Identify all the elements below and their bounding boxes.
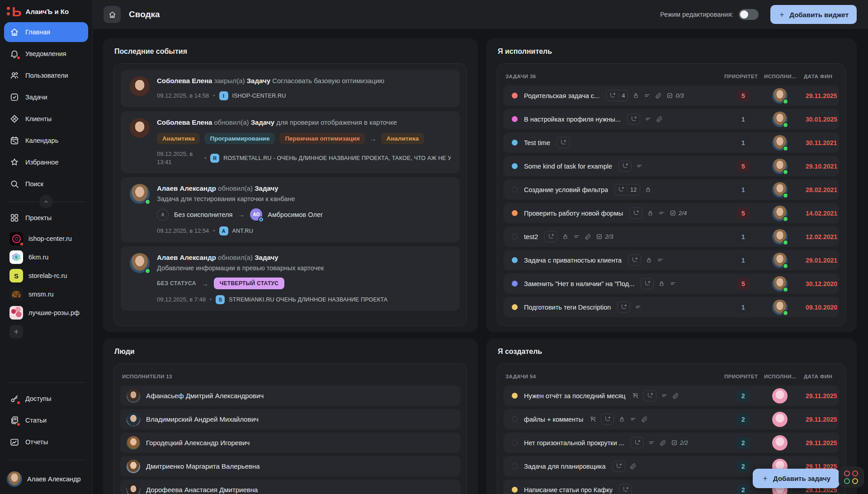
- key-icon: [9, 394, 19, 404]
- sidebar-item-access[interactable]: Доступы: [4, 389, 88, 409]
- task-status-dot: [512, 487, 518, 493]
- assignee-cell: [766, 435, 806, 451]
- add-task-button[interactable]: Добавить задачу: [753, 469, 840, 488]
- event-item[interactable]: Соболева Елена обновил(а) Задачу для про…: [121, 111, 460, 173]
- company-logo[interactable]: Ь АлаичЪ и Ко: [4, 0, 88, 22]
- sidebar-item-tasks[interactable]: Задачи: [4, 87, 88, 107]
- assignee-cell: [766, 206, 806, 221]
- edit-mode-toggle[interactable]: [739, 9, 759, 20]
- project-item-ishop[interactable]: ishop-center.ru: [4, 230, 88, 248]
- project-item-km6[interactable]: 66km.ru: [4, 248, 88, 267]
- subtask-chip[interactable]: [618, 160, 632, 172]
- event-assignee-change: Без соисполнителя→АОАмбросимов Олег: [157, 208, 451, 221]
- task-row[interactable]: Создание условий фильтра12128.02.2021: [504, 179, 839, 200]
- sidebar-item-search[interactable]: Поиск: [4, 174, 88, 194]
- plus-icon: [778, 11, 785, 18]
- watch-off-icon: [632, 392, 639, 399]
- checklist-icon: [671, 439, 678, 446]
- person-row[interactable]: Дорофеева Анастасия Дмитриевна: [120, 480, 460, 494]
- subtask-chip[interactable]: [631, 437, 644, 448]
- sidebar-item-calendar[interactable]: Календарь: [4, 131, 88, 151]
- subtask-chip[interactable]: [617, 301, 630, 313]
- sidebar-item-favorites[interactable]: Избранное: [4, 152, 88, 172]
- event-item[interactable]: Соболева Елена закрыл(а) Задачу Согласов…: [121, 70, 460, 107]
- task-row[interactable]: Подготовить теги Description109.10.2020: [504, 297, 839, 317]
- event-status-change: БЕЗ СТАТУСА→ЧЕТВЕРТЫЙ СТАТУС: [157, 278, 451, 289]
- person-row[interactable]: Городецкий Александр Игоревич: [120, 433, 460, 453]
- task-row[interactable]: Родительская задача с...40/3529.11.2025: [504, 85, 839, 106]
- project-item-rozy[interactable]: лучшие-розы.рф: [4, 304, 88, 322]
- subtask-chip[interactable]: [612, 461, 625, 472]
- task-row[interactable]: Test time130.11.2021: [504, 132, 839, 153]
- sidebar-item-reports[interactable]: Отчеты: [4, 432, 88, 452]
- subtask-chip[interactable]: [619, 484, 632, 494]
- sidebar-item-home[interactable]: Главная: [4, 22, 88, 42]
- projects-section: Проектыishop-center.ru66km.ruSstorelab-r…: [4, 208, 88, 339]
- tag[interactable]: Аналитика: [381, 133, 424, 144]
- sidebar-item-label: Отчеты: [25, 438, 48, 446]
- online-dot: [145, 199, 151, 205]
- sidebar-item-articles[interactable]: Статьи: [4, 410, 88, 430]
- tag[interactable]: Программирование: [204, 133, 275, 144]
- home-button[interactable]: [104, 6, 121, 23]
- subtask-chip[interactable]: [601, 414, 614, 425]
- apps-dots-button[interactable]: [839, 467, 864, 487]
- person-row[interactable]: Дмитриенко Маргарита Валерьевна: [120, 456, 460, 476]
- subtask-chip[interactable]: [643, 390, 656, 401]
- task-row[interactable]: Нет горизонтальной прокрутки ...2/2229.1…: [504, 433, 839, 453]
- person-row[interactable]: Афанасьеф Дмитрий Александрович: [120, 386, 460, 406]
- subtask-chip[interactable]: [627, 113, 640, 125]
- chevron-up-icon: [42, 198, 50, 205]
- column-priority: ПРИОРИТЕТ: [724, 74, 764, 79]
- subtask-chip[interactable]: [641, 278, 654, 289]
- add-project-button[interactable]: [9, 325, 23, 339]
- project-item-storelab[interactable]: Sstorelab-rc.ru: [4, 267, 88, 285]
- subtask-chip[interactable]: 12: [614, 184, 640, 195]
- priority-cell: 5: [726, 207, 766, 219]
- task-row[interactable]: test22/3112.02.2021: [504, 226, 839, 247]
- subtask-chip[interactable]: [628, 254, 641, 266]
- subtask-chip[interactable]: [557, 137, 570, 148]
- subtask-icon: [631, 257, 638, 263]
- project-logo-rozy-icon: [9, 306, 23, 320]
- tasks-count-label: ЗАДАЧИ 36: [505, 74, 724, 79]
- attachment-icon: [655, 92, 662, 99]
- tag[interactable]: Первичная оптимизация: [279, 133, 365, 144]
- notification-dot-badge: [16, 56, 21, 60]
- task-row[interactable]: Задача с приватностью клиента129.01.2021: [504, 250, 839, 270]
- sidebar-item-users[interactable]: Пользователи: [4, 66, 88, 85]
- subtask-chip[interactable]: [629, 207, 642, 219]
- subtask-chip[interactable]: [544, 231, 557, 242]
- task-row[interactable]: Нужен отчёт за последний месяц229.11.202…: [504, 386, 839, 406]
- event-object: Задачу: [251, 118, 274, 126]
- task-row[interactable]: Some kind of task for example529.10.2021: [504, 156, 839, 176]
- person-row[interactable]: Владимирский Андрей Михайлович: [120, 409, 460, 429]
- project-item-smsm[interactable]: СМС-Мsmsm.ru: [4, 285, 88, 304]
- task-row[interactable]: В настройках профиля нужны...130.01.2025: [504, 109, 839, 129]
- checklist-icon: [596, 233, 603, 240]
- sidebar-divider: [6, 202, 86, 202]
- sidebar-item-clients[interactable]: Клиенты: [4, 109, 88, 129]
- task-title: Заменить "Нет в наличии" на "Под...: [524, 280, 634, 287]
- sidebar-item-notifications[interactable]: Уведомления: [4, 44, 88, 64]
- online-dot: [783, 146, 788, 151]
- sidebar-item-label: Избранное: [25, 159, 58, 166]
- task-meta-icons: [617, 301, 726, 313]
- plus-icon: [762, 475, 769, 482]
- task-row[interactable]: Заменить "Нет в наличии" на "Под...530.1…: [504, 273, 839, 294]
- task-row[interactable]: Проверить работу новой формы2/4514.02.20…: [504, 203, 839, 223]
- project-name: storelab-rc.ru: [28, 272, 67, 279]
- subtask-chip[interactable]: 4: [606, 90, 628, 101]
- sidebar-item-projects[interactable]: Проекты: [4, 208, 88, 228]
- priority-cell: 5: [726, 278, 766, 290]
- priority-cell: 2: [726, 437, 766, 449]
- event-item[interactable]: Алаев Александр обновил(а) ЗадачуДобавле…: [121, 246, 460, 311]
- tag[interactable]: Аналитика: [157, 133, 200, 144]
- main-area: Сводка Режим редактирования: Добавить ви…: [93, 0, 868, 494]
- event-item[interactable]: Алаев Александр обновил(а) ЗадачуЗадача …: [121, 177, 460, 242]
- current-user[interactable]: Алаев Александр: [4, 466, 88, 494]
- add-widget-button[interactable]: Добавить виджет: [770, 5, 857, 24]
- collapse-projects-button[interactable]: [39, 195, 53, 208]
- subtask-icon: [634, 439, 641, 446]
- task-row[interactable]: файлы + комменты229.11.2025: [504, 409, 839, 429]
